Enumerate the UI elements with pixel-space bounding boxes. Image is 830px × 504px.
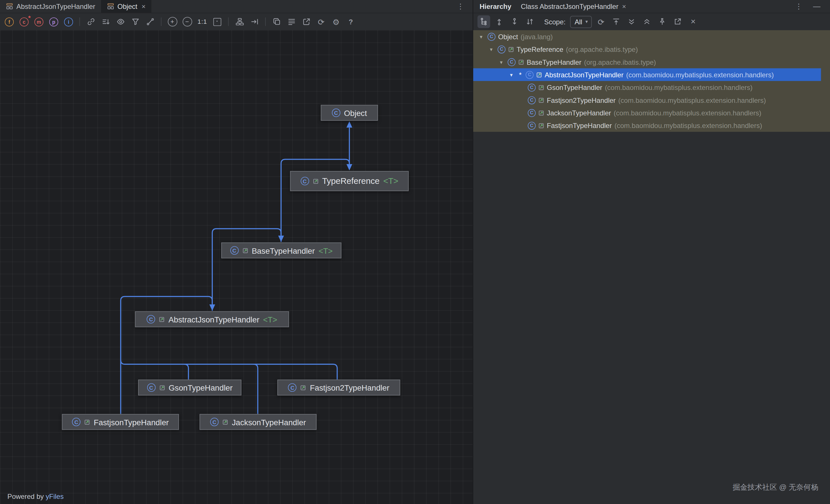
expand-all-button[interactable] [626, 15, 638, 28]
more-options-icon[interactable]: ⋮ [793, 2, 805, 10]
class-name: BaseTypeHandler [527, 58, 581, 66]
fit-content-button[interactable] [211, 16, 224, 28]
package-name: (com.baomidou.mybatisplus.extension.hand… [618, 96, 766, 104]
class-hierarchy-button[interactable] [477, 15, 490, 28]
diagram-node-basetypehandler[interactable]: C BaseTypeHandler<T> [221, 243, 342, 258]
chevron-down-icon[interactable]: ▾ [498, 59, 505, 65]
tree-row-typereference[interactable]: ▾ C TypeReference (org.apache.ibatis.typ… [473, 43, 830, 56]
tree-row-abstractjsontypehandler-selected[interactable]: ▾ * C AbstractJsonTypeHandler (com.baomi… [473, 68, 821, 81]
diagram-node-object[interactable]: C Object [321, 105, 378, 121]
pin-button[interactable] [656, 15, 669, 28]
actual-size-button[interactable]: 1:1 [196, 16, 209, 28]
package-name: (org.apache.ibatis.type) [566, 45, 638, 53]
sort-alphabetically-button[interactable] [523, 15, 536, 28]
tree-row-basetypehandler[interactable]: ▾ C BaseTypeHandler (org.apache.ibatis.t… [473, 56, 830, 68]
zoom-out-icon: − [183, 17, 192, 26]
hierarchy-tree: ▾ C Object (java.lang) ▾ C TypeReference… [473, 30, 830, 132]
tree-row-object[interactable]: ▾ C Object (java.lang) [473, 30, 830, 43]
refresh-button[interactable]: ⟳ [315, 16, 327, 28]
inheritance-edges [0, 30, 473, 504]
class-icon: C [72, 418, 81, 427]
close-button[interactable]: × [687, 15, 699, 28]
modifier-icon [538, 85, 544, 90]
node-label: Fastjson2TypeHandler [310, 383, 389, 392]
open-in-new-window-button[interactable] [671, 15, 684, 28]
separator [228, 18, 229, 26]
tab-class-hierarchy[interactable]: Class AbstractJsonTypeHandler × [518, 2, 630, 10]
class-icon: C [508, 58, 515, 66]
tab-object[interactable]: Object × [101, 0, 152, 12]
chevron-down-icon[interactable]: ▾ [508, 72, 515, 77]
package-name: (java.lang) [521, 33, 553, 41]
filter-icon [131, 18, 139, 26]
scope-dropdown[interactable]: All ▾ [570, 16, 592, 28]
settings-button[interactable]: ⚙ [330, 16, 342, 28]
separator [265, 18, 266, 26]
subtypes-hierarchy-button[interactable] [508, 15, 521, 28]
tree-row-gsontypehandler[interactable]: C GsonTypeHandler (com.baomidou.mybatisp… [473, 81, 830, 94]
diagram-node-typereference[interactable]: C TypeReference<T> [290, 171, 409, 191]
collapse-all-button[interactable] [641, 15, 653, 28]
package-name: (com.baomidou.mybatisplus.extension.hand… [614, 121, 762, 129]
class-icon: C [332, 108, 340, 117]
diagram-node-fastjson2typehandler[interactable]: C Fastjson2TypeHandler [277, 380, 400, 396]
package-name: (com.baomidou.mybatisplus.extension.hand… [605, 83, 753, 91]
tab-abstractjsontypehandler[interactable]: AbstractJsonTypeHandler [0, 0, 101, 12]
copy-diagram-button[interactable] [270, 16, 283, 28]
gear-icon: ⚙ [332, 18, 340, 26]
show-paths-button[interactable] [144, 16, 156, 28]
tree-row-fastjsontypehandler[interactable]: C FastjsonTypeHandler (com.baomidou.myba… [473, 119, 830, 132]
scope-label: Scope: [544, 18, 566, 26]
help-button[interactable]: ? [345, 16, 357, 28]
generic-param: <T> [383, 177, 398, 186]
chevron-down-icon[interactable]: ▾ [487, 46, 495, 52]
snap-to-grid-button[interactable] [248, 16, 261, 28]
generic-param: <T> [318, 246, 332, 255]
zoom-in-button[interactable]: + [166, 16, 179, 28]
show-constructors-button[interactable]: c [18, 16, 30, 28]
export-icon [302, 18, 311, 26]
hide-icon[interactable]: — [813, 3, 821, 10]
more-options-icon[interactable]: ⋮ [455, 2, 467, 10]
chevron-down-icon[interactable]: ▾ [477, 33, 485, 39]
diagram-canvas[interactable]: C Object C TypeReference<T> C BaseTypeHa… [0, 30, 473, 504]
scope-value: All [575, 18, 582, 26]
export-diagram-button[interactable] [300, 16, 313, 28]
inner-classes-icon: i [64, 17, 73, 26]
refresh-button[interactable]: ⟳ [595, 15, 607, 28]
fields-icon: f [5, 17, 14, 26]
zoom-out-button[interactable]: − [181, 16, 193, 28]
show-inner-classes-button[interactable]: i [62, 16, 75, 28]
close-icon[interactable]: × [141, 2, 146, 10]
class-icon: C [487, 33, 496, 41]
diagram-node-gsontypehandler[interactable]: C GsonTypeHandler [138, 380, 241, 396]
scroll-to-source-button[interactable] [610, 15, 622, 28]
hierarchy-toolbar: Scope: All ▾ ⟳ [473, 13, 830, 30]
modifier-icon [538, 123, 544, 128]
close-icon[interactable]: × [622, 3, 626, 10]
show-properties-button[interactable]: p [47, 16, 60, 28]
class-icon: C [525, 71, 534, 79]
link-icon [87, 18, 95, 26]
class-icon: C [147, 315, 155, 323]
class-name: AbstractJsonTypeHandler [545, 71, 624, 79]
class-icon: C [528, 96, 536, 104]
filter-button[interactable] [129, 16, 141, 28]
diagram-node-fastjsontypehandler[interactable]: C FastjsonTypeHandler [62, 414, 179, 430]
show-methods-button[interactable]: m [33, 16, 45, 28]
show-dependencies-button[interactable] [85, 16, 97, 28]
sort-members-button[interactable] [99, 16, 112, 28]
modifier-icon [84, 419, 90, 425]
watermark-text: 掘金技术社区 @ 无奈何杨 [733, 483, 818, 492]
supertypes-hierarchy-button[interactable] [493, 15, 506, 28]
apply-layout-button[interactable] [233, 16, 246, 28]
show-fields-button[interactable]: f [3, 16, 15, 28]
separator [79, 18, 80, 26]
diagram-node-abstractjsontypehandler[interactable]: C AbstractJsonTypeHandler<T> [135, 311, 289, 327]
tree-row-fastjson2typehandler[interactable]: C Fastjson2TypeHandler (com.baomidou.myb… [473, 94, 830, 106]
yfiles-link[interactable]: yFiles [45, 492, 64, 500]
tree-row-jacksontypehandler[interactable]: C JacksonTypeHandler (com.baomidou.mybat… [473, 106, 830, 119]
show-as-list-button[interactable] [286, 16, 298, 28]
diagram-node-jacksontypehandler[interactable]: C JacksonTypeHandler [200, 414, 317, 430]
visibility-button[interactable] [114, 16, 127, 28]
